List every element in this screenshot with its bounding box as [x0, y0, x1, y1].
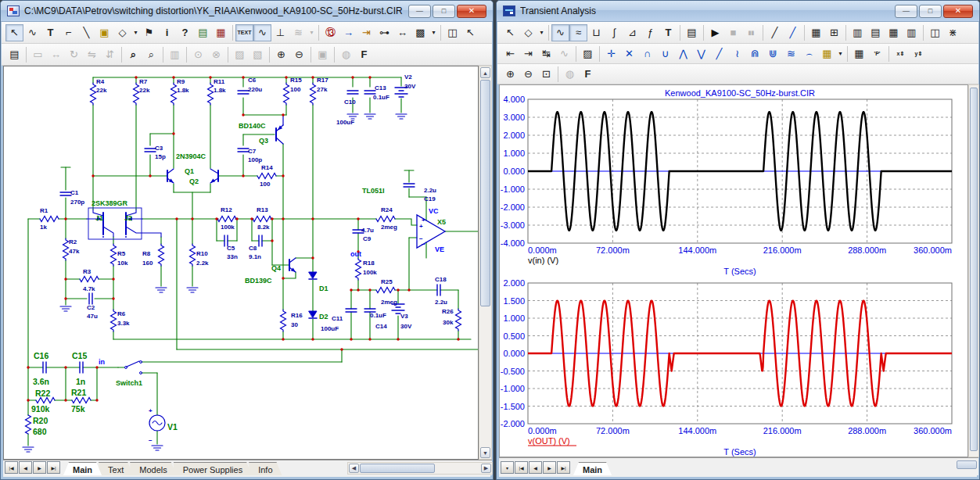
split-window-icon[interactable]: ◫: [926, 24, 944, 41]
region-enable-icon[interactable]: ▦: [212, 24, 230, 41]
minimize-button[interactable]: —: [895, 5, 917, 18]
show-node-numbers-icon[interactable]: ⑬: [321, 24, 339, 41]
schematic-vscrollbar[interactable]: ▲ ▼: [479, 66, 492, 460]
go-valley-icon[interactable]: ∪: [656, 45, 674, 63]
select-box-icon[interactable]: ▭: [29, 46, 47, 63]
token-grid-icon[interactable]: ⊞: [825, 24, 843, 41]
go-to-branch-icon[interactable]: ▦: [818, 45, 836, 63]
zoom-out-icon[interactable]: ⊖: [290, 46, 308, 63]
tab-nav-button[interactable]: |◀: [515, 461, 528, 474]
cursor-mode-icon[interactable]: ∿: [551, 24, 569, 41]
scroll-left-icon[interactable]: ◀: [349, 464, 359, 473]
vscroll-thumb[interactable]: [480, 80, 490, 306]
show-voltages-icon[interactable]: ≋: [289, 24, 307, 41]
attributes-icon[interactable]: ▤: [5, 46, 23, 63]
find-icon[interactable]: ⌕: [124, 46, 142, 63]
exit-region-icon[interactable]: ↖: [461, 24, 479, 41]
data-points-icon[interactable]: ▦: [807, 24, 825, 41]
minimize-button[interactable]: —: [408, 5, 431, 18]
restore-button[interactable]: □: [919, 5, 942, 18]
show-current-icon[interactable]: →: [339, 24, 357, 41]
voltages-dropdown-icon[interactable]: ▾: [307, 24, 316, 41]
analysis-titlebar[interactable]: Transient Analysis — □ ✕: [497, 1, 979, 22]
step-in-icon[interactable]: ⊙: [189, 46, 207, 63]
crosshair-add-icon[interactable]: ✛: [602, 45, 620, 63]
run-icon[interactable]: ▶: [706, 24, 724, 41]
copy-picture-icon[interactable]: ▨: [231, 46, 249, 63]
ortho-wire-icon[interactable]: ⌐: [59, 24, 77, 41]
go-slope-icon[interactable]: ╱: [710, 45, 728, 63]
split-window-icon[interactable]: ◫: [443, 24, 461, 41]
go-top-icon[interactable]: ⌢: [800, 45, 818, 63]
show-nodes-icon[interactable]: ⊥: [271, 24, 289, 41]
cursor-right-icon[interactable]: ⇥: [519, 45, 537, 63]
diagonal-line-icon[interactable]: ╲: [77, 24, 95, 41]
zoom-window-icon[interactable]: ⊡: [537, 66, 555, 83]
plot-vscrollbar[interactable]: [968, 84, 979, 457]
component-mode-icon[interactable]: ▣: [95, 24, 113, 41]
tab-power-supplies[interactable]: Power Supplies: [174, 462, 252, 475]
shape-mode-icon[interactable]: ◇: [519, 24, 537, 41]
stop-icon[interactable]: ■: [724, 24, 742, 41]
schematic-titlebar[interactable]: C:\MC9\DATA\Petrov\switching distortion\…: [1, 1, 493, 22]
close-button[interactable]: ✕: [457, 5, 486, 18]
x-scale-icon[interactable]: x⇕: [892, 45, 910, 63]
select-tool-icon[interactable]: ↖: [501, 24, 519, 41]
cursor-pair-icon[interactable]: ≈: [569, 24, 587, 41]
go-local-max-icon[interactable]: ⋀: [674, 45, 692, 63]
panel-grid-icon[interactable]: ▦: [885, 24, 903, 41]
tab-nav-button[interactable]: ◀: [529, 461, 542, 474]
polyline-tool-icon[interactable]: ╱: [784, 24, 802, 41]
tab-nav-button[interactable]: |◀: [5, 461, 18, 474]
copy-page-icon[interactable]: ▧: [249, 46, 267, 63]
cursor-both-icon[interactable]: ↹: [537, 45, 555, 63]
go-global-max-icon[interactable]: ⋒: [746, 45, 764, 63]
tab-info[interactable]: Info: [249, 462, 282, 475]
shape-dropdown-icon[interactable]: ▾: [131, 24, 140, 41]
scroll-right-icon[interactable]: ▶: [481, 464, 491, 473]
wire-mode-icon[interactable]: ∿: [23, 24, 41, 41]
text-mode-icon[interactable]: T: [41, 24, 59, 41]
tab-main[interactable]: Main: [63, 462, 102, 475]
restore-button[interactable]: □: [433, 5, 455, 18]
tab-nav-button[interactable]: ▶|: [557, 461, 570, 474]
plot-panel[interactable]: [499, 84, 968, 457]
tag-slope-icon[interactable]: ⊿: [623, 24, 641, 41]
numeric-output-icon[interactable]: ▦: [850, 45, 868, 63]
schematic-canvas[interactable]: +−+−+−R422kR722kR91.8kR111.8kC6220uR1510…: [3, 66, 479, 460]
tag-formula-icon[interactable]: ƒ: [641, 24, 659, 41]
panel-horizontal-icon[interactable]: ▤: [867, 24, 885, 41]
go-flat-icon[interactable]: ≋: [782, 45, 800, 63]
crosshair-remove-icon[interactable]: ✕: [620, 45, 638, 63]
flag-mode-icon[interactable]: ⚑: [140, 24, 158, 41]
select-tool-icon[interactable]: ↖: [5, 24, 23, 41]
stretch-icon[interactable]: ↔: [47, 46, 65, 63]
properties-icon[interactable]: ▤: [683, 24, 701, 41]
scroll-up-icon[interactable]: ▲: [480, 67, 490, 78]
cursor-wave-icon[interactable]: ∿: [555, 45, 573, 63]
globe-icon[interactable]: ◍: [561, 66, 579, 83]
tab-nav-button[interactable]: ▶: [543, 461, 556, 474]
panel-columns-icon[interactable]: ▥: [903, 24, 921, 41]
tab-main[interactable]: Main: [573, 462, 612, 475]
trim-icon[interactable]: ⋇: [944, 24, 962, 41]
help-mode-icon[interactable]: ?: [176, 24, 194, 41]
analysis-hscroll-stub[interactable]: [957, 460, 977, 469]
shape-mode-icon[interactable]: ◇: [113, 24, 131, 41]
show-text-icon[interactable]: TEXT: [235, 24, 253, 41]
globe-icon[interactable]: ◍: [337, 46, 355, 63]
show-condition-icon[interactable]: ⊶: [375, 24, 393, 41]
scope-region-icon[interactable]: ▨: [579, 45, 597, 63]
find-next-icon[interactable]: ⌕: [142, 46, 160, 63]
panel-vertical-icon[interactable]: ▥: [849, 24, 867, 41]
close-button[interactable]: ✕: [943, 5, 973, 18]
measure-icon[interactable]: ↔: [393, 24, 411, 41]
image-icon[interactable]: ▣: [314, 46, 332, 63]
flip-h-icon[interactable]: ⇋: [83, 46, 101, 63]
tab-models[interactable]: Models: [130, 462, 176, 475]
flip-v-icon[interactable]: ⇵: [101, 46, 119, 63]
tab-nav-button[interactable]: ▶: [33, 461, 46, 474]
scroll-down-icon[interactable]: ▼: [480, 447, 490, 458]
tab-nav-button[interactable]: ▾: [501, 461, 514, 474]
info-mode-icon[interactable]: i: [158, 24, 176, 41]
